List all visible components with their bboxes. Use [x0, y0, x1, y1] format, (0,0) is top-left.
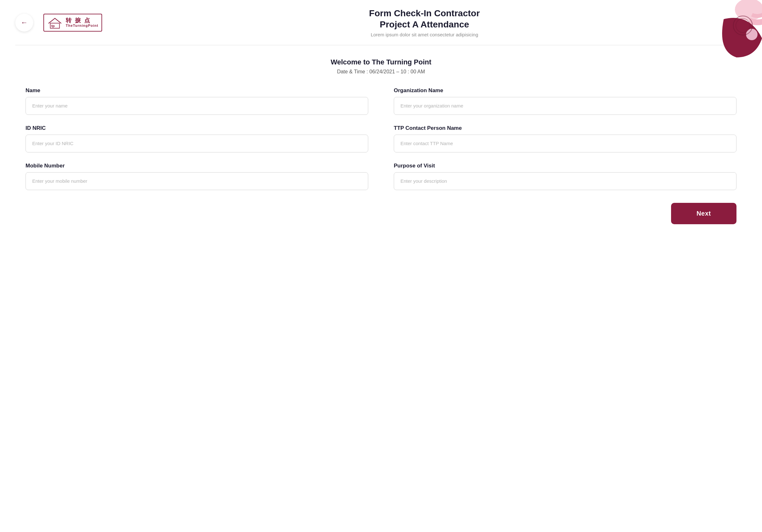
org-name-input[interactable] — [394, 97, 736, 115]
purpose-group: Purpose of Visit — [394, 163, 736, 190]
purpose-input[interactable] — [394, 172, 736, 190]
check-in-form: Name Organization Name ID NRIC TTP Co — [26, 87, 736, 224]
logo-icon: tp — [47, 16, 62, 29]
logo-area: tp 转 捩 点 TheTurningPoint — [43, 14, 102, 32]
form-grid: Name Organization Name ID NRIC TTP Co — [26, 87, 736, 190]
title-line2: Project A Attendance — [380, 20, 469, 29]
logo-box: tp 转 捩 点 TheTurningPoint — [43, 14, 102, 32]
back-button[interactable]: ← — [15, 14, 33, 32]
header: ← tp 转 捩 点 TheTurningPoint Form Check-In… — [0, 0, 762, 45]
ttp-contact-label: TTP Contact Person Name — [394, 125, 736, 131]
welcome-section: Welcome to The Turning Point Date & Time… — [26, 58, 736, 75]
header-subtitle: Lorem ipsum dolor sit amet consectetur a… — [102, 32, 747, 37]
name-input[interactable] — [26, 97, 368, 115]
welcome-datetime: Date & Time : 06/24/2021 – 10 : 00 AM — [26, 69, 736, 75]
mobile-label: Mobile Number — [26, 163, 368, 169]
page-title: Form Check-In Contractor Project A Atten… — [102, 8, 747, 30]
back-icon: ← — [21, 19, 28, 27]
mobile-group: Mobile Number — [26, 163, 368, 190]
purpose-label: Purpose of Visit — [394, 163, 736, 169]
id-nric-group: ID NRIC — [26, 125, 368, 153]
ttp-contact-group: TTP Contact Person Name — [394, 125, 736, 153]
name-group: Name — [26, 87, 368, 115]
next-button[interactable]: Next — [671, 203, 736, 224]
org-name-label: Organization Name — [394, 87, 736, 94]
welcome-title: Welcome to The Turning Point — [26, 58, 736, 66]
logo-text: 转 捩 点 TheTurningPoint — [66, 18, 98, 28]
org-name-group: Organization Name — [394, 87, 736, 115]
logo-english: TheTurningPoint — [66, 24, 98, 28]
name-label: Name — [26, 87, 368, 94]
title-line1: Form Check-In Contractor — [369, 8, 480, 18]
id-nric-input[interactable] — [26, 135, 368, 153]
ttp-contact-input[interactable] — [394, 135, 736, 153]
svg-text:tp: tp — [51, 24, 55, 28]
logo-chinese: 转 捩 点 — [66, 18, 91, 24]
mobile-input[interactable] — [26, 172, 368, 190]
main-content: Welcome to The Turning Point Date & Time… — [0, 45, 762, 243]
header-title-area: Form Check-In Contractor Project A Atten… — [102, 8, 747, 37]
button-row: Next — [26, 203, 736, 224]
id-nric-label: ID NRIC — [26, 125, 368, 131]
